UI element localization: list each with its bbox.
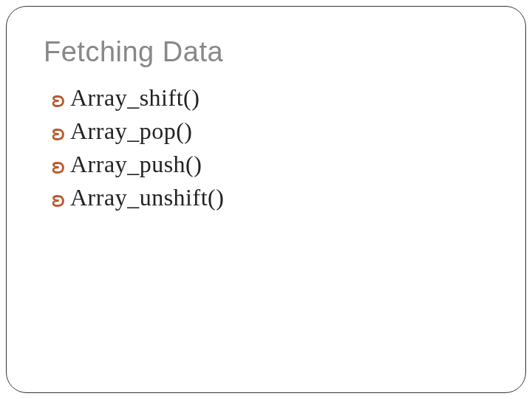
bullet-text: Array_shift(): [70, 84, 200, 112]
bullet-text: Array_unshift(): [70, 184, 224, 211]
list-item: ʚ Array_pop(): [51, 117, 488, 145]
bullet-icon: ʚ: [51, 188, 66, 211]
bullet-text: Array_pop(): [70, 117, 192, 145]
bullet-list: ʚ Array_shift() ʚ Array_pop() ʚ Array_pu…: [44, 84, 488, 211]
bullet-icon: ʚ: [51, 155, 66, 177]
list-item: ʚ Array_unshift(): [51, 184, 488, 211]
page-title: Fetching Data: [44, 36, 488, 68]
list-item: ʚ Array_push(): [51, 151, 488, 178]
bullet-icon: ʚ: [51, 89, 66, 111]
bullet-icon: ʚ: [51, 122, 66, 144]
slide-frame: Fetching Data ʚ Array_shift() ʚ Array_po…: [6, 6, 526, 393]
bullet-text: Array_push(): [70, 151, 202, 178]
list-item: ʚ Array_shift(): [51, 84, 488, 112]
